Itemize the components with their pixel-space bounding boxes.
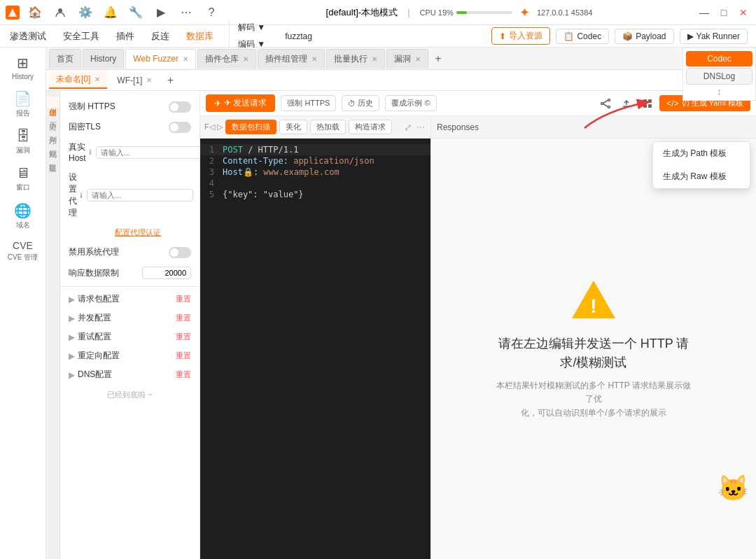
payload-button[interactable]: 📦 Payload <box>615 29 673 44</box>
ip-address: 127.0.0.1 45384 <box>537 8 593 17</box>
redirect-config-reset[interactable]: 重置 <box>176 351 191 361</box>
tab-plugin-warehouse-close[interactable]: ✕ <box>243 55 248 63</box>
tab-batch-exec[interactable]: 批量执行 ✕ <box>326 49 385 69</box>
editor-fw-icon[interactable]: ⋯ <box>416 122 425 132</box>
concurrency-config-reset[interactable]: 重置 <box>176 313 191 323</box>
menu-item-database[interactable]: 数据库 <box>185 27 215 45</box>
struct-request-btn[interactable]: 构造请求 <box>349 120 392 134</box>
import-resource-button[interactable]: ⬆ 导入资源 <box>491 27 550 45</box>
vert-label-extract[interactable]: 提取 <box>46 153 59 164</box>
codec-button[interactable]: 📋 Codec <box>556 29 609 44</box>
config-section-redirect[interactable]: ▶ 重定向配置 重置 <box>60 346 200 365</box>
config-section-retry[interactable]: ▶ 重试配置 重置 <box>60 327 200 346</box>
hotload-btn[interactable]: 热加载 <box>310 120 346 134</box>
tab-add-button[interactable]: + <box>430 50 447 67</box>
force-https-btn[interactable]: 强制 HTTPS <box>281 95 336 111</box>
vert-label-history[interactable]: 历史 <box>46 111 59 122</box>
dropdown-path-template[interactable]: 生成为 Path 模板 <box>653 142 750 165</box>
more-nav-icon[interactable]: ⋯ <box>176 3 196 22</box>
help-nav-icon[interactable]: ? <box>202 3 221 22</box>
tab-vuln[interactable]: 漏洞 ✕ <box>386 49 428 69</box>
menu-item-plugins[interactable]: 插件 <box>115 27 136 45</box>
tab-plugin-warehouse[interactable]: 插件仓库 ✕ <box>197 49 256 69</box>
https-toggle[interactable] <box>169 101 191 113</box>
proxy-label: 设置代理 ℹ <box>69 171 83 219</box>
data-capture-btn[interactable]: 数据包扫描 <box>225 120 276 134</box>
close-button[interactable]: ✕ <box>736 6 750 20</box>
minimize-button[interactable]: — <box>697 6 711 20</box>
editor-expand-btn[interactable]: ⤢ <box>404 122 412 133</box>
terminal-nav-icon[interactable]: ▶ <box>151 3 171 22</box>
dnslog-float-btn[interactable]: DNSLog <box>686 68 752 85</box>
retry-config-reset[interactable]: 重置 <box>176 332 191 342</box>
sidebar-item-vuln[interactable]: 🗄 漏洞 <box>3 124 43 160</box>
config-section-request[interactable]: ▶ 请求包配置 重置 <box>60 290 200 309</box>
request-config-reset[interactable]: 重置 <box>176 294 191 304</box>
yaml-dropdown-menu: 生成为 Path 模板 生成为 Raw 模板 <box>652 141 750 189</box>
proxy-auth-row: 配置代理认证 <box>60 223 200 242</box>
vert-label-sequence[interactable]: 序列 <box>46 125 59 136</box>
menu-item-security-tools[interactable]: 安全工具 <box>62 27 101 45</box>
examples-btn[interactable]: 覆成示例 © <box>385 95 436 111</box>
more-icon-btn[interactable] <box>638 94 657 113</box>
vert-label-rule[interactable]: 规则 <box>46 139 59 150</box>
tab-plugin-group-close[interactable]: ✕ <box>312 55 317 63</box>
sidebar-item-cve[interactable]: CVE CVE 管理 <box>3 236 43 267</box>
tab-vuln-close[interactable]: ✕ <box>415 55 421 63</box>
proxy-auth-link[interactable]: 配置代理认证 <box>115 227 161 238</box>
decode-btn[interactable]: 解码 ▼ <box>235 20 268 36</box>
tab-web-fuzzer[interactable]: Web Fuzzer ✕ <box>125 49 195 69</box>
config-section-concurrency[interactable]: ▶ 并发配置 重置 <box>60 309 200 327</box>
home-nav-icon[interactable]: 🏠 <box>25 3 45 22</box>
code-line-5: 5 {"key": "value"} <box>200 189 430 200</box>
send-request-button[interactable]: ✈ ✈ 发送请求 <box>206 94 275 112</box>
response-limit-label: 响应数据限制 <box>69 267 138 279</box>
yak-runner-button[interactable]: ▶ Yak Runner <box>680 29 748 44</box>
proxy-input[interactable] <box>87 189 193 201</box>
maximize-button[interactable]: □ <box>717 6 731 20</box>
dropdown-raw-template[interactable]: 生成为 Raw 模板 <box>653 165 750 188</box>
request-config-label: 请求包配置 <box>78 293 120 305</box>
tab-batch-exec-close[interactable]: ✕ <box>372 55 377 63</box>
config-section-dns[interactable]: ▶ DNS配置 重置 <box>60 365 200 384</box>
sub-tab-add-button[interactable]: + <box>162 72 178 89</box>
proxy-info-icon[interactable]: ℹ <box>80 192 83 199</box>
response-empty-desc: 本栏结果针对模糊测试的多个 HTTP 请求结果展示做了优化，可以自动识别单个/多… <box>496 379 692 420</box>
response-limit-input[interactable] <box>142 267 191 279</box>
vert-label-create[interactable]: 创建 <box>46 97 59 108</box>
code-editor[interactable]: 1 POST / HTTP/1.1 2 Content-Type: applic… <box>200 139 430 559</box>
tab-plugin-group[interactable]: 插件组管理 ✕ <box>258 49 325 69</box>
fuzztag-btn[interactable]: fuzztag <box>282 30 315 43</box>
dns-config-reset[interactable]: 重置 <box>176 369 191 380</box>
settings-nav-icon[interactable]: ⚙️ <box>76 3 95 22</box>
menu-bar: 渗透测试 安全工具 插件 反连 数据库 解码 ▼ 编码 ▼ fuzztag ⬆ … <box>0 25 756 48</box>
menu-item-pentest[interactable]: 渗透测试 <box>8 27 48 45</box>
tab-web-fuzzer-close[interactable]: ✕ <box>183 55 188 63</box>
sub-tab-wf1-close[interactable]: ✕ <box>146 76 152 84</box>
sidebar-item-report[interactable]: 📄 报告 <box>3 86 43 122</box>
gmtls-toggle[interactable] <box>169 122 191 133</box>
svg-point-4 <box>608 106 610 108</box>
share-icon-btn[interactable] <box>596 94 615 113</box>
upload-icon-btn[interactable] <box>617 94 636 113</box>
sidebar-item-domain[interactable]: 🌐 域名 <box>3 198 43 234</box>
app-title: [default]-本地模式 <box>326 6 398 19</box>
plugin-nav-icon[interactable]: 🔧 <box>126 3 146 22</box>
sidebar-item-window[interactable]: 🖥 窗口 <box>3 161 43 197</box>
sub-tab-unnamed-close[interactable]: ✕ <box>94 76 100 83</box>
tab-home[interactable]: 首页 <box>49 49 81 69</box>
beautify-btn[interactable]: 美化 <box>279 120 307 134</box>
realhost-input[interactable] <box>96 146 200 159</box>
history-btn[interactable]: ⏱ 历史 <box>342 95 379 111</box>
menu-item-reverse[interactable]: 反连 <box>150 27 171 45</box>
sub-tab-unnamed[interactable]: 未命名[0] ✕ <box>49 71 107 89</box>
disable-proxy-toggle[interactable] <box>169 247 191 258</box>
codec-float-btn[interactable]: Codec <box>686 51 752 66</box>
realhost-info-icon[interactable]: ℹ <box>89 148 92 156</box>
user-nav-icon[interactable] <box>50 3 70 22</box>
arrow-float-icon[interactable]: ↕ <box>686 86 752 97</box>
bell-nav-icon[interactable]: 🔔 <box>101 3 120 22</box>
tab-history[interactable]: History <box>83 49 124 69</box>
sidebar-item-history[interactable]: ⊞ History <box>3 50 43 85</box>
sub-tab-wf1[interactable]: WF-[1] ✕ <box>110 73 159 87</box>
